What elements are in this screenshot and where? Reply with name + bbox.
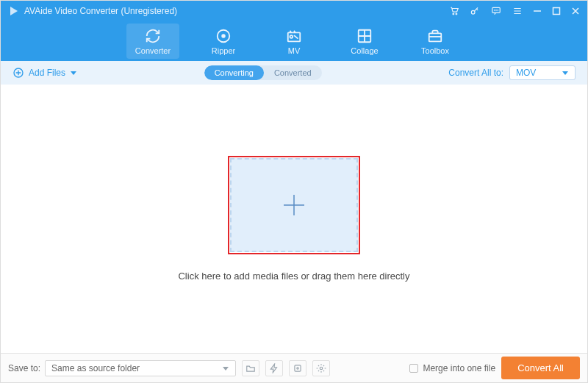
chevron-down-icon — [70, 69, 77, 76]
svg-point-6 — [496, 10, 497, 11]
save-to-select[interactable]: Same as source folder — [45, 360, 236, 376]
checkbox-icon — [409, 364, 418, 373]
svg-point-10 — [222, 35, 225, 37]
collage-icon — [356, 28, 373, 44]
close-button[interactable] — [571, 7, 580, 15]
chevron-down-icon — [222, 365, 229, 372]
mv-icon — [286, 28, 302, 44]
plus-icon — [279, 190, 309, 220]
tab-label: Toolbox — [421, 46, 449, 55]
settings-button[interactable] — [312, 360, 330, 376]
merge-label: Merge into one file — [423, 363, 495, 373]
svg-marker-16 — [71, 71, 76, 75]
svg-point-2 — [456, 13, 457, 15]
menu-icon[interactable] — [512, 6, 523, 16]
tab-ripper[interactable]: Ripper — [197, 24, 250, 59]
svg-rect-14 — [429, 33, 442, 41]
output-format-select[interactable]: MOV — [509, 65, 576, 80]
save-to-value: Same as source folder — [51, 363, 140, 373]
svg-point-7 — [498, 10, 498, 11]
svg-marker-17 — [562, 71, 568, 75]
svg-point-3 — [471, 10, 475, 14]
convert-all-to: Convert All to: MOV — [448, 65, 576, 80]
svg-point-1 — [453, 13, 454, 15]
converting-tab[interactable]: Converting — [204, 65, 264, 80]
toolbox-icon — [427, 28, 443, 44]
add-media-dropzone[interactable] — [230, 158, 358, 252]
tab-toolbox[interactable]: Toolbox — [409, 24, 462, 59]
tab-label: Converter — [135, 46, 171, 55]
drop-hint: Click here to add media files or drag th… — [178, 271, 409, 282]
key-icon[interactable] — [470, 6, 480, 16]
footer: Save to: Same as source folder Merge int… — [1, 353, 587, 382]
toolbar: Add Files Converting Converted Convert A… — [1, 61, 587, 85]
svg-point-21 — [320, 367, 323, 370]
app-logo-icon — [8, 5, 20, 17]
minimize-button[interactable] — [533, 7, 542, 15]
titlebar: AVAide Video Converter (Unregistered) — [1, 1, 587, 21]
svg-point-5 — [494, 10, 495, 11]
add-files-button[interactable]: Add Files — [12, 67, 77, 79]
tab-mv[interactable]: MV — [268, 24, 320, 59]
app-window: AVAide Video Converter (Unregistered) Co… — [0, 0, 588, 383]
chevron-down-icon — [562, 69, 569, 76]
output-format-value: MOV — [516, 68, 536, 78]
svg-rect-19 — [295, 365, 301, 371]
ripper-icon — [215, 28, 232, 44]
status-filter: Converting Converted — [204, 65, 322, 80]
main-tabs: Converter Ripper MV Collage Toolbox — [1, 21, 587, 61]
high-speed-button[interactable] — [289, 360, 306, 376]
tab-collage[interactable]: Collage — [338, 24, 391, 59]
svg-point-20 — [297, 367, 298, 368]
tab-converter[interactable]: Converter — [126, 24, 179, 59]
merge-checkbox[interactable]: Merge into one file — [409, 363, 495, 373]
svg-marker-0 — [10, 7, 18, 15]
cart-icon[interactable] — [449, 6, 459, 16]
tab-label: Collage — [351, 46, 378, 55]
open-folder-button[interactable] — [242, 360, 259, 376]
converted-tab[interactable]: Converted — [264, 65, 322, 80]
titlebar-controls — [449, 6, 580, 16]
drop-zone-highlight — [228, 156, 360, 254]
svg-rect-8 — [553, 8, 560, 15]
add-files-label: Add Files — [29, 68, 65, 78]
feedback-icon[interactable] — [490, 6, 502, 16]
maximize-button[interactable] — [552, 7, 561, 15]
tab-label: Ripper — [212, 46, 235, 55]
hardware-accel-button[interactable] — [265, 360, 283, 376]
plus-circle-icon — [12, 67, 24, 79]
app-title: AVAide Video Converter (Unregistered) — [24, 6, 449, 16]
convert-all-button[interactable]: Convert All — [501, 357, 580, 379]
converter-icon — [145, 28, 161, 44]
convert-all-label: Convert All to: — [448, 68, 503, 78]
save-to-label: Save to: — [8, 363, 40, 373]
main-area: Click here to add media files or drag th… — [1, 85, 587, 353]
svg-marker-18 — [223, 367, 229, 371]
svg-point-12 — [290, 35, 293, 38]
save-to: Save to: Same as source folder — [8, 360, 236, 376]
tab-label: MV — [288, 46, 301, 55]
